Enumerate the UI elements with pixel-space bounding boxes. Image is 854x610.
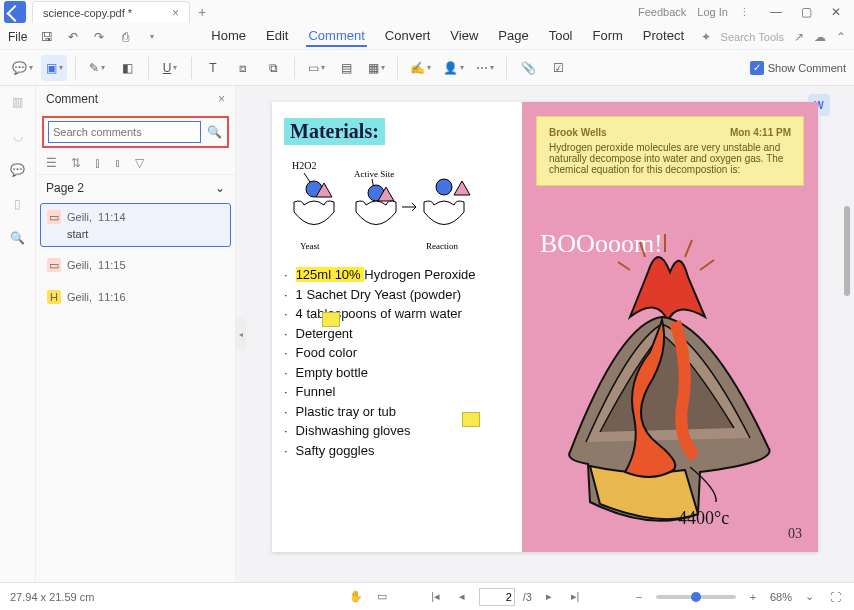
close-window-button[interactable]: ✕ [822, 2, 850, 22]
list-item: · Food color [284, 343, 510, 363]
show-comment-label: Show Comment [768, 62, 846, 74]
minimize-button[interactable]: — [762, 2, 790, 22]
textbox-tool[interactable]: ⧈ [230, 55, 256, 81]
label-reaction: Reaction [426, 241, 458, 251]
comment-time: 11:15 [98, 259, 126, 271]
next-page-button[interactable]: ▸ [540, 588, 558, 606]
filter1-icon[interactable]: ⫿ [95, 156, 101, 170]
tab-view[interactable]: View [448, 26, 480, 47]
tab-comment[interactable]: Comment [306, 26, 366, 47]
filter3-icon[interactable]: ▽ [135, 156, 144, 170]
measure-tool[interactable]: ▦ [363, 55, 389, 81]
comment-popup[interactable]: Brook Wells Mon 4:11 PM Hydrogen peroxid… [536, 116, 804, 186]
highlight-area-tool[interactable]: ▣ [41, 55, 67, 81]
comment-item[interactable]: ▭Geili,11:15 [40, 251, 231, 279]
sort-icon[interactable]: ⇅ [71, 156, 81, 170]
comment-item[interactable]: ▭Geili,11:14start [40, 203, 231, 247]
comment-author: Geili, [67, 211, 92, 223]
page-input[interactable] [479, 588, 515, 606]
feedback-link[interactable]: Feedback [638, 6, 686, 18]
scrollbar[interactable] [844, 206, 850, 296]
underline-tool[interactable]: U [157, 55, 183, 81]
chevron-down-icon[interactable]: ⌄ [215, 181, 225, 195]
last-page-button[interactable]: ▸| [566, 588, 584, 606]
page-group-label[interactable]: Page 2 [46, 181, 84, 195]
login-link[interactable]: Log In [697, 6, 728, 18]
eraser-tool[interactable]: ◧ [114, 55, 140, 81]
close-tab-icon[interactable]: × [172, 6, 179, 20]
note-author: Brook Wells [549, 127, 607, 138]
print-icon[interactable]: ⎙ [117, 29, 133, 45]
svg-line-11 [700, 260, 714, 270]
first-page-button[interactable]: |◂ [427, 588, 445, 606]
page-total: /3 [523, 591, 532, 603]
panel-close-icon[interactable]: × [218, 92, 225, 106]
maximize-button[interactable]: ▢ [792, 2, 820, 22]
comment-type-icon: ▭ [47, 210, 61, 224]
note-body: Hydrogen peroxide molecules are very uns… [549, 142, 791, 175]
comment-author: Geili, [67, 259, 92, 271]
add-tab-button[interactable]: + [190, 4, 214, 20]
thumbnail-icon[interactable]: ▥ [8, 92, 28, 112]
filter2-icon[interactable]: ⫾ [115, 156, 121, 170]
attachment-panel-icon[interactable]: ▯ [8, 194, 28, 214]
text-tool[interactable]: T [200, 55, 226, 81]
save-icon[interactable]: 🖫 [39, 29, 55, 45]
show-comment-checkbox[interactable]: ✓ [750, 61, 764, 75]
zoom-dropdown[interactable]: ⌄ [800, 588, 818, 606]
search-input[interactable] [48, 121, 201, 143]
stamp-tool[interactable]: ▤ [333, 55, 359, 81]
zoom-out-button[interactable]: − [630, 588, 648, 606]
checkmark-tool[interactable]: ☑ [545, 55, 571, 81]
list-item: · Empty bottle [284, 363, 510, 383]
bookmark-icon[interactable]: ◡ [8, 126, 28, 146]
label-yeast: Yeast [300, 241, 320, 251]
tab-form[interactable]: Form [591, 26, 625, 47]
attachment-tool[interactable]: 📎 [515, 55, 541, 81]
materials-heading: Materials: [284, 118, 385, 145]
callout-tool[interactable]: ⧉ [260, 55, 286, 81]
search-panel-icon[interactable]: 🔍 [8, 228, 28, 248]
magic-icon[interactable]: ✦ [701, 30, 711, 44]
hand-tool-icon[interactable]: ✋ [347, 588, 365, 606]
redo-icon[interactable]: ↷ [91, 29, 107, 45]
more-tool[interactable]: ⋯ [472, 55, 498, 81]
tab-convert[interactable]: Convert [383, 26, 433, 47]
comment-item[interactable]: HGeili,11:16 [40, 283, 231, 311]
svg-point-4 [436, 179, 452, 195]
prev-page-button[interactable]: ◂ [453, 588, 471, 606]
cloud-icon[interactable]: ☁ [814, 30, 826, 44]
select-tool-icon[interactable]: ▭ [373, 588, 391, 606]
fit-page-icon[interactable]: ⛶ [826, 588, 844, 606]
quickaccess-dropdown[interactable] [143, 29, 159, 45]
expand-icon[interactable]: ⌃ [836, 30, 846, 44]
shape-tool[interactable]: ▭ [303, 55, 329, 81]
file-menu[interactable]: File [8, 30, 27, 44]
share-icon[interactable]: ↗ [794, 30, 804, 44]
stamp-tool-2[interactable]: 👤 [439, 55, 468, 81]
tab-tool[interactable]: Tool [547, 26, 575, 47]
search-tools[interactable]: Search Tools [721, 31, 784, 43]
panel-title: Comment [46, 92, 98, 106]
collapse-panel-handle[interactable]: ◂ [236, 318, 246, 350]
document-tab[interactable]: science-copy.pdf * × [32, 1, 190, 23]
pencil-tool[interactable]: ✎ [84, 55, 110, 81]
note-tool[interactable]: 💬 [8, 55, 37, 81]
tab-edit[interactable]: Edit [264, 26, 290, 47]
list-settings-icon[interactable]: ☰ [46, 156, 57, 170]
tab-protect[interactable]: Protect [641, 26, 686, 47]
sticky-note-icon-2[interactable] [462, 412, 480, 427]
tab-home[interactable]: Home [209, 26, 248, 47]
zoom-slider[interactable] [656, 595, 736, 599]
signature-tool[interactable]: ✍ [406, 55, 435, 81]
svg-text:4400°c: 4400°c [678, 508, 729, 528]
tab-page[interactable]: Page [496, 26, 530, 47]
comment-time: 11:16 [98, 291, 126, 303]
comment-panel-icon[interactable]: 💬 [8, 160, 28, 180]
sticky-note-icon[interactable] [322, 312, 340, 327]
zoom-in-button[interactable]: + [744, 588, 762, 606]
more-icon[interactable]: ⋮ [739, 6, 750, 18]
comment-text: start [67, 228, 224, 240]
undo-icon[interactable]: ↶ [65, 29, 81, 45]
search-icon[interactable]: 🔍 [205, 123, 223, 141]
